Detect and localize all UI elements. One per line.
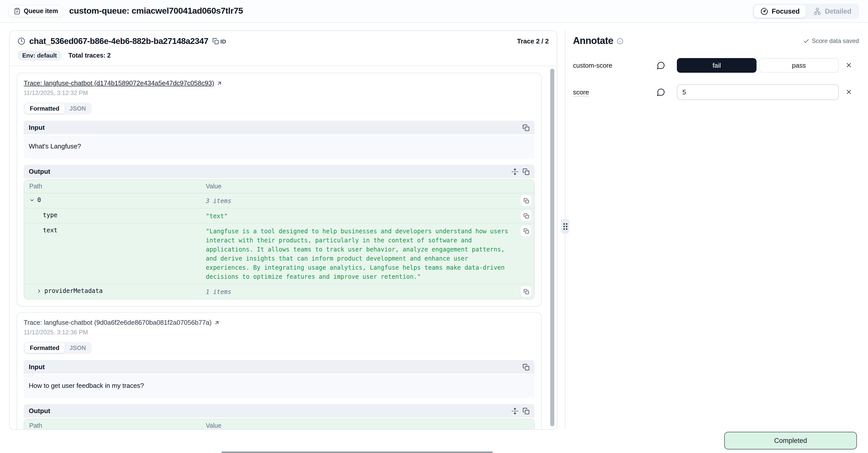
copy-row-button[interactable] — [521, 225, 532, 236]
path-key: 0 — [37, 196, 41, 203]
focused-view-button[interactable]: Focused — [754, 5, 806, 18]
queue-item-badge-label: Queue item — [24, 7, 58, 15]
horizontal-scrollbar[interactable] — [221, 452, 493, 453]
page-title: custom-queue: cmiacwel70041ad060s7tlr75 — [69, 6, 243, 16]
trace-2-input-section: Input How to get user feedback in my tra… — [24, 360, 535, 398]
path-key: text — [43, 227, 58, 234]
column-header-path: Path — [29, 183, 206, 190]
score-row-custom-score: custom-score fail pass — [573, 57, 859, 73]
app: Queue item custom-queue: cmiacwel70041ad… — [0, 0, 868, 453]
copy-row-button[interactable] — [521, 195, 532, 206]
comment-icon[interactable] — [657, 61, 677, 69]
pass-button[interactable]: pass — [759, 58, 839, 73]
item-title: chat_536ed067-b86e-4eb6-882b-ba27148a234… — [29, 36, 208, 46]
trace-card-1: Trace: langfuse-chatbot (d174b1589072e43… — [17, 73, 542, 307]
row-value: 3 items — [206, 196, 529, 205]
trace-2-link-label: Trace: langfuse-chatbot (9d0a6f2e6de8670… — [24, 319, 212, 326]
copy-row-button[interactable] — [521, 286, 532, 297]
copy-input-button[interactable] — [523, 363, 530, 370]
tab-formatted[interactable]: Formatted — [25, 343, 64, 353]
detailed-view-button[interactable]: Detailed — [807, 5, 858, 18]
expand-output-button[interactable] — [512, 407, 519, 414]
score-row-score: score — [573, 84, 859, 100]
trace-1-output-table: Path Value 0 3 items — [24, 179, 535, 300]
copy-row-button[interactable] — [521, 210, 532, 221]
copy-icon — [212, 38, 219, 45]
score-name: custom-score — [573, 61, 657, 69]
tab-json[interactable]: JSON — [64, 104, 91, 114]
focused-view-label: Focused — [772, 7, 800, 15]
chevron-right-icon[interactable] — [36, 288, 42, 294]
score-options-group: fail pass — [677, 58, 839, 73]
trace-1-output-section: Output Path Valu — [24, 165, 535, 300]
annotate-panel: Annotate Score data saved custom-score f… — [573, 30, 859, 100]
row-value: "Langfuse is a tool designed to help bus… — [206, 227, 529, 281]
queue-item-panel: chat_536ed067-b86e-4eb6-882b-ba27148a234… — [9, 30, 557, 430]
check-icon — [803, 38, 809, 44]
total-traces-label: Total traces: 2 — [68, 52, 111, 59]
close-icon[interactable] — [845, 88, 852, 95]
external-link-icon — [214, 319, 220, 325]
trace-1-input-text: What's Langfuse? — [24, 135, 535, 159]
trace-1-link[interactable]: Trace: langfuse-chatbot (d174b1589072e43… — [24, 79, 222, 87]
screen: Queue item custom-queue: cmiacwel70041ad… — [0, 0, 868, 453]
top-bar: Queue item custom-queue: cmiacwel70041ad… — [0, 0, 868, 23]
column-header-value: Value — [206, 422, 529, 429]
queue-item-header: chat_536ed067-b86e-4eb6-882b-ba27148a234… — [9, 31, 557, 66]
save-status-label: Score data saved — [812, 37, 859, 45]
fail-button[interactable]: fail — [677, 58, 756, 73]
trace-card-2: Trace: langfuse-chatbot (9d0a6f2e6de8670… — [17, 312, 542, 429]
completed-button[interactable]: Completed — [724, 432, 857, 450]
trace-1-link-label: Trace: langfuse-chatbot (d174b1589072e43… — [24, 79, 214, 87]
resize-grip-handle[interactable] — [561, 219, 569, 234]
trace-2-format-tabs: Formatted JSON — [24, 342, 92, 354]
score-input[interactable] — [677, 84, 839, 100]
table-row[interactable]: providerMetadata 1 items — [24, 284, 534, 299]
path-key: type — [43, 211, 58, 219]
column-header-path: Path — [29, 422, 206, 429]
id-label: ID — [220, 38, 226, 44]
queue-item-badge: Queue item — [8, 5, 63, 17]
copy-id-button[interactable]: ID — [212, 38, 226, 45]
trace-2-output-section: Output Path Valu — [24, 404, 535, 429]
close-icon[interactable] — [845, 62, 852, 69]
env-badge: Env: default — [18, 51, 61, 61]
path-key: providerMetadata — [44, 287, 103, 294]
copy-output-button[interactable] — [523, 407, 530, 414]
input-label: Input — [29, 363, 45, 371]
trace-2-timestamp: 11/12/2025, 3:12:36 PM — [24, 329, 535, 336]
row-value: "text" — [206, 211, 529, 221]
gauge-icon — [761, 7, 768, 15]
clipboard-icon — [13, 7, 21, 15]
copy-input-button[interactable] — [523, 124, 530, 131]
table-row[interactable]: 0 3 items — [24, 193, 534, 208]
output-label: Output — [29, 407, 50, 415]
clock-icon — [18, 37, 25, 45]
comment-icon[interactable] — [657, 88, 677, 96]
trace-1-format-tabs: Formatted JSON — [24, 103, 92, 115]
table-row[interactable]: type "text" — [24, 208, 534, 224]
vertical-scrollbar[interactable] — [550, 69, 554, 426]
grip-dots-icon — [563, 223, 567, 229]
info-icon — [617, 38, 623, 44]
external-link-icon — [216, 80, 222, 86]
tab-json[interactable]: JSON — [64, 343, 91, 353]
trace-1-timestamp: 11/12/2025, 3:12:32 PM — [24, 89, 535, 96]
workflow-icon — [814, 7, 822, 15]
trace-1-input-section: Input What's Langfuse? — [24, 121, 535, 159]
view-mode-toggle: Focused Detailed — [752, 3, 860, 19]
table-row[interactable]: text "Langfuse is a tool designed to hel… — [24, 224, 534, 284]
annotate-title: Annotate — [573, 35, 613, 47]
trace-2-input-text: How to get user feedback in my traces? — [24, 375, 535, 398]
trace-2-link[interactable]: Trace: langfuse-chatbot (9d0a6f2e6de8670… — [24, 319, 220, 326]
expand-output-button[interactable] — [512, 168, 519, 175]
column-header-value: Value — [206, 183, 529, 190]
trace-counter: Trace 2 / 2 — [517, 37, 549, 45]
score-name: score — [573, 88, 657, 96]
chevron-down-icon[interactable] — [29, 197, 35, 203]
input-label: Input — [29, 124, 45, 131]
tab-formatted[interactable]: Formatted — [25, 104, 64, 114]
trace-2-output-table: Path Value 0 3 items — [24, 419, 535, 429]
copy-output-button[interactable] — [523, 168, 530, 175]
save-status: Score data saved — [803, 37, 859, 45]
